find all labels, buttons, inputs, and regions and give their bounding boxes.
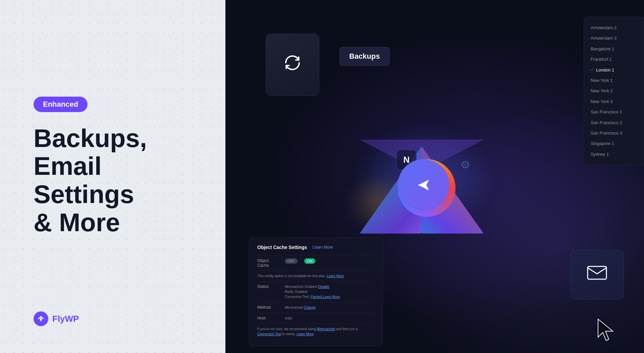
logo-area: FlyWP xyxy=(34,311,79,326)
location-item[interactable]: Bangalore 1 xyxy=(588,44,640,54)
backups-label-text: Backups xyxy=(349,52,380,60)
flywp-logo-icon xyxy=(37,315,45,323)
headline-line2: Email Settings xyxy=(34,152,134,208)
logo-wp: WP xyxy=(65,314,79,324)
email-card xyxy=(570,250,624,299)
location-item[interactable]: San Francisco 1 xyxy=(588,107,640,117)
svg-point-0 xyxy=(40,318,42,320)
right-panel: Backups Amsterdam 2 Amsterdam 3 Bangalor… xyxy=(225,0,644,353)
send-icon xyxy=(414,175,434,195)
gear-icon: ⚙ xyxy=(461,158,470,171)
cache-status-value: Memcached: Enabled Disable Redis: Enable… xyxy=(285,284,375,299)
cache-method-value: Memcached Change xyxy=(285,305,375,310)
cache-row-host: Host redis xyxy=(257,313,375,323)
logo-icon xyxy=(34,311,48,326)
cache-method-text: Memcached Change xyxy=(285,306,316,309)
location-item[interactable]: San Francisco 2 xyxy=(588,117,640,128)
email-icon xyxy=(587,264,607,285)
sync-icon xyxy=(282,53,303,77)
location-item[interactable]: Sydney 1 xyxy=(588,149,640,159)
gear-icon-wrapper: ⚙ xyxy=(457,156,474,173)
location-item[interactable]: New York 2 xyxy=(588,86,640,96)
cache-extra-text: If you're not sure, we recommend using M… xyxy=(257,326,375,337)
badge-label: Enhanced xyxy=(43,100,78,109)
cache-label-status: Status xyxy=(257,284,281,289)
cache-host-text: redis xyxy=(285,316,292,320)
toggle-off[interactable]: OFF xyxy=(285,258,298,264)
location-item[interactable]: New York 3 xyxy=(588,96,640,107)
headline-line1: Backups, xyxy=(34,124,147,152)
headline-line3: & More xyxy=(34,208,120,237)
location-item[interactable]: New York 1 xyxy=(588,75,640,86)
location-item[interactable]: San Francisco 3 xyxy=(588,128,640,138)
cache-row-object-cache: Object Cache OFF ON xyxy=(257,255,375,270)
location-item[interactable]: Singapore 1 xyxy=(588,138,640,149)
svg-rect-1 xyxy=(588,266,606,279)
cache-note-text: This config option is not available for … xyxy=(257,273,344,279)
logo-text: FlyWP xyxy=(52,314,79,324)
send-button[interactable] xyxy=(398,159,449,211)
central-envelope-area: N ⚙ xyxy=(346,106,507,247)
cache-row-status: Status Memcached: Enabled Disable Redis:… xyxy=(257,281,375,302)
cache-label-object: Object Cache xyxy=(257,258,281,268)
cache-learn-more[interactable]: Learn More xyxy=(313,245,333,250)
cache-row-note: This config option is not available for … xyxy=(257,270,375,281)
cache-settings-card: Object Cache Settings Learn More Object … xyxy=(249,238,383,346)
location-item[interactable]: Frankfurt 1 xyxy=(588,54,640,64)
cache-host-value: redis xyxy=(285,316,375,321)
location-item-active[interactable]: London 1 xyxy=(588,65,640,75)
cache-row-method: Method Memcached Change xyxy=(257,302,375,313)
cache-row-extra: If you're not sure, we recommend using M… xyxy=(257,323,375,339)
enhanced-badge: Enhanced xyxy=(34,97,88,112)
logo-fly: Fly xyxy=(52,314,65,324)
cache-title: Object Cache Settings xyxy=(257,245,307,250)
location-panel: Amsterdam 2 Amsterdam 3 Bangalore 1 Fran… xyxy=(584,17,644,165)
location-item[interactable]: Amsterdam 2 xyxy=(588,22,640,33)
location-item[interactable]: Amsterdam 3 xyxy=(588,33,640,43)
headline: Backups, Email Settings & More xyxy=(34,124,192,236)
status-text-memcached: Memcached: Enabled Disable Redis: Enable… xyxy=(285,285,340,299)
left-panel: Enhanced Backups, Email Settings & More … xyxy=(0,0,225,353)
cache-label-host: Host xyxy=(257,316,281,320)
cache-label-method: Method xyxy=(257,305,281,310)
cursor xyxy=(595,318,615,345)
backups-label: Backups xyxy=(339,47,390,66)
send-button-ring xyxy=(398,159,455,217)
backups-card xyxy=(266,34,319,96)
toggle-on[interactable]: ON xyxy=(304,258,315,264)
